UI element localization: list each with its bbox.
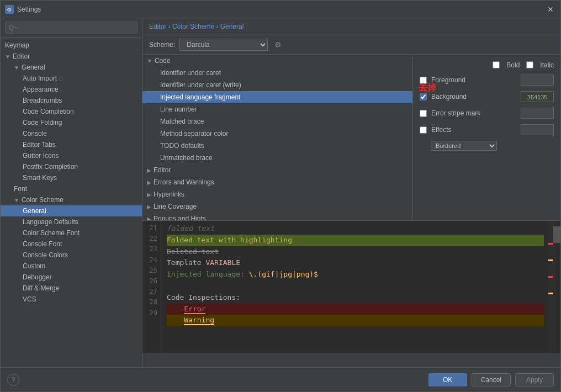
search-input[interactable] bbox=[5, 22, 137, 34]
sidebar-item-postfix-completion[interactable]: Postfix Completion bbox=[1, 161, 142, 172]
error-stripe-color-box[interactable] bbox=[521, 108, 554, 119]
main-content: Keymap ▼ Editor ▼ General Auto Import ⬡ … bbox=[1, 18, 560, 367]
scheme-item-identifier-caret-write[interactable]: Identifier under caret (write) bbox=[142, 79, 412, 91]
preview-line-22: Folded text with highlighting bbox=[167, 235, 544, 246]
sidebar-item-language-defaults[interactable]: Language Defaults bbox=[1, 216, 142, 227]
sidebar-item-breadcrumbs[interactable]: Breadcrumbs bbox=[1, 95, 142, 106]
sidebar-item-general-cs[interactable]: General bbox=[1, 205, 142, 216]
hl-tri: ▶ bbox=[147, 192, 151, 198]
scheme-item-identifier-caret[interactable]: Identifier under caret bbox=[142, 67, 412, 79]
effects-select[interactable]: Bordered Underscored Bold underscored Un… bbox=[431, 141, 497, 151]
code-content: folded text Folded text with highlightin… bbox=[162, 221, 548, 353]
breadcrumb-sep1: › bbox=[168, 23, 172, 30]
preview-scrollbar[interactable] bbox=[553, 221, 560, 353]
scheme-item-line-number[interactable]: Line number bbox=[142, 103, 412, 115]
close-button[interactable]: ✕ bbox=[545, 4, 556, 15]
warning-marker-2 bbox=[548, 293, 553, 294]
foreground-color-box[interactable] bbox=[521, 75, 554, 86]
scheme-item-hyperlinks[interactable]: ▶ Hyperlinks bbox=[142, 188, 412, 200]
scheme-item-line-coverage[interactable]: ▶ Line Coverage bbox=[142, 200, 412, 213]
sidebar-item-editor-tabs[interactable]: Editor Tabs bbox=[1, 139, 142, 150]
scheme-item-code[interactable]: ▼ Code bbox=[142, 55, 412, 67]
preview-line-29: Warning bbox=[167, 315, 544, 326]
sidebar-item-console-colors[interactable]: Console Colors bbox=[1, 250, 142, 261]
scrollbar-area bbox=[548, 221, 560, 353]
sidebar-item-console-font[interactable]: Console Font bbox=[1, 239, 142, 250]
scheme-item-injected[interactable]: Injected language fragment bbox=[142, 91, 412, 103]
preview-line-27: Code Inspections: bbox=[167, 292, 544, 304]
preview-line-23: Deleted text bbox=[167, 246, 544, 258]
cs-label: Color Scheme bbox=[22, 196, 63, 204]
scheme-item-method-separator[interactable]: Method separator color bbox=[142, 128, 412, 140]
breadcrumb-general: General bbox=[220, 23, 244, 30]
sidebar-item-font[interactable]: Font bbox=[1, 183, 142, 194]
scheme-item-unmatched-brace[interactable]: Unmatched brace bbox=[142, 152, 412, 164]
search-box bbox=[1, 18, 142, 38]
sidebar-tree: Keymap ▼ Editor ▼ General Auto Import ⬡ … bbox=[1, 38, 142, 367]
background-color-box[interactable]: 364135 bbox=[521, 91, 554, 102]
preview-line-21: folded text bbox=[167, 223, 544, 235]
effects-color-box[interactable] bbox=[521, 124, 554, 135]
help-button[interactable]: ? bbox=[7, 374, 19, 386]
effects-label: Effects bbox=[431, 126, 516, 134]
scroll-thumb[interactable] bbox=[553, 226, 560, 243]
background-row: Background 364135 bbox=[420, 91, 554, 102]
sidebar-item-console[interactable]: Console bbox=[1, 128, 142, 139]
properties-panel: Bold Italic Foreground Background bbox=[413, 55, 560, 220]
scheme-select[interactable]: Darcula Default High contrast bbox=[179, 39, 268, 51]
ok-button[interactable]: OK bbox=[428, 373, 467, 386]
svg-text:⚙: ⚙ bbox=[7, 7, 12, 13]
error-stripe-label: Error stripe mark bbox=[431, 109, 516, 117]
sidebar-item-editor[interactable]: ▼ Editor bbox=[1, 51, 142, 62]
bold-checkbox[interactable] bbox=[493, 61, 500, 68]
sidebar-item-appearance[interactable]: Appearance bbox=[1, 84, 142, 95]
general-label: General bbox=[22, 63, 45, 71]
error-marker-2 bbox=[548, 276, 553, 278]
scheme-tree: ▼ Code Identifier under caret Identifier… bbox=[142, 55, 413, 220]
general-triangle: ▼ bbox=[14, 65, 19, 71]
sidebar-item-code-completion[interactable]: Code Completion bbox=[1, 106, 142, 117]
ew-tri: ▶ bbox=[147, 179, 151, 186]
sidebar-item-diff-merge[interactable]: Diff & Merge bbox=[1, 283, 142, 294]
sidebar-item-gutter-icons[interactable]: Gutter Icons bbox=[1, 150, 142, 161]
effects-checkbox[interactable] bbox=[420, 126, 427, 134]
scheme-item-editor[interactable]: ▶ Editor bbox=[142, 164, 412, 176]
sidebar-item-code-folding[interactable]: Code Folding bbox=[1, 117, 142, 128]
sidebar: Keymap ▼ Editor ▼ General Auto Import ⬡ … bbox=[1, 18, 142, 367]
cancel-button[interactable]: Cancel bbox=[472, 373, 511, 386]
title-bar: ⚙ Settings ✕ bbox=[1, 1, 560, 18]
scheme-gear-button[interactable]: ⚙ bbox=[272, 39, 284, 50]
foreground-checkbox[interactable] bbox=[420, 77, 427, 84]
scheme-item-errors-warnings[interactable]: ▶ Errors and Warnings bbox=[142, 176, 412, 188]
scheme-item-matched-brace[interactable]: Matched brace bbox=[142, 115, 412, 128]
effects-row: Effects bbox=[420, 124, 554, 135]
scheme-bar: Scheme: Darcula Default High contrast ⚙ bbox=[142, 35, 560, 55]
preview-area: ✓ 21 22 23 24 25 26 27 28 29 folded te bbox=[142, 220, 560, 353]
scheme-item-popups-hints[interactable]: ▶ Popups and Hints bbox=[142, 213, 412, 220]
sidebar-item-smart-keys[interactable]: Smart Keys bbox=[1, 172, 142, 183]
sidebar-item-vcs[interactable]: VCS bbox=[1, 294, 142, 305]
settings-window: ⚙ Settings ✕ Keymap ▼ Editor bbox=[0, 0, 561, 392]
bottom-bar: ? OK Cancel Apply bbox=[1, 367, 560, 391]
code-triangle: ▼ bbox=[147, 58, 152, 64]
sidebar-item-general[interactable]: ▼ General bbox=[1, 62, 142, 73]
editor-label: Editor bbox=[13, 52, 30, 60]
sidebar-item-custom[interactable]: Custom bbox=[1, 261, 142, 272]
foreground-label: Foreground bbox=[431, 76, 516, 84]
background-checkbox[interactable] bbox=[420, 93, 427, 100]
keymap-label: Keymap bbox=[5, 41, 29, 49]
warning-marker-1 bbox=[548, 259, 553, 261]
sidebar-item-keymap[interactable]: Keymap bbox=[1, 40, 142, 51]
lc-tri: ▶ bbox=[147, 204, 151, 210]
sidebar-item-auto-import[interactable]: Auto Import ⬡ bbox=[1, 73, 142, 84]
sidebar-item-debugger[interactable]: Debugger bbox=[1, 272, 142, 283]
background-label: Background bbox=[431, 93, 516, 100]
apply-button[interactable]: Apply bbox=[515, 373, 554, 386]
error-stripe-checkbox[interactable] bbox=[420, 110, 427, 117]
sidebar-item-color-scheme-font[interactable]: Color Scheme Font bbox=[1, 227, 142, 239]
italic-checkbox[interactable] bbox=[526, 61, 533, 68]
sidebar-item-color-scheme[interactable]: ▼ Color Scheme bbox=[1, 194, 142, 205]
scheme-item-todo[interactable]: TODO defaults bbox=[142, 140, 412, 152]
breadcrumb-sep2: › bbox=[216, 23, 220, 30]
app-icon: ⚙ bbox=[5, 5, 14, 14]
